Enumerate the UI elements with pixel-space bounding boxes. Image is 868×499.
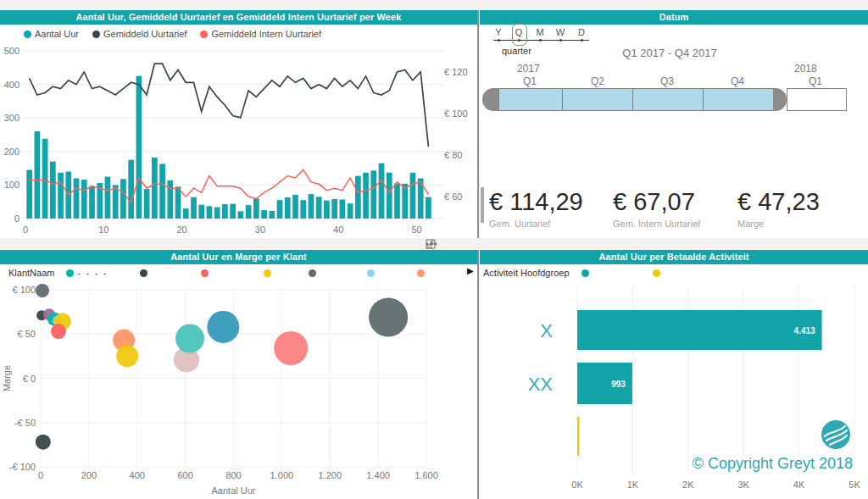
granularity-option-d[interactable]: D <box>574 27 589 37</box>
timeline-cell-selected[interactable] <box>703 88 775 111</box>
week-bar[interactable] <box>113 185 119 219</box>
klant-bubble[interactable] <box>51 324 66 339</box>
week-bar[interactable] <box>316 197 322 219</box>
klant-bubble[interactable] <box>175 324 204 353</box>
week-bar[interactable] <box>324 201 330 219</box>
granularity-selected-ring[interactable] <box>512 24 527 46</box>
quarter-label: Q2 <box>591 75 604 87</box>
activity-bar[interactable] <box>577 417 580 456</box>
week-bar[interactable] <box>410 173 416 219</box>
week-bar[interactable] <box>191 197 197 219</box>
legend-item[interactable] <box>581 269 593 277</box>
legend-item[interactable] <box>201 269 212 277</box>
date-range-label: Q1 2017 - Q4 2017 <box>593 47 746 59</box>
week-bar[interactable] <box>136 76 142 219</box>
week-bar[interactable] <box>120 179 126 219</box>
legend-label: - - - - <box>77 269 108 278</box>
timeline-cell-selected[interactable] <box>632 88 704 111</box>
week-bar[interactable] <box>58 173 64 219</box>
legend-item[interactable]: Gemiddeld Intern Uurtarief <box>200 29 321 39</box>
week-bar[interactable] <box>246 205 252 219</box>
week-bar[interactable] <box>370 170 376 219</box>
week-bar[interactable] <box>42 139 48 219</box>
klant-bubble[interactable] <box>274 331 308 365</box>
week-bar[interactable] <box>74 178 80 219</box>
legend-item[interactable] <box>264 269 275 277</box>
week-bar[interactable] <box>50 162 56 219</box>
granularity-option-w[interactable]: W <box>553 27 568 37</box>
scatter-chart: 02004006008001.0001.2001.4001.600€ 100€ … <box>0 281 477 499</box>
week-bar[interactable] <box>285 197 291 219</box>
week-bar[interactable] <box>152 158 158 219</box>
bar-value-label: 993 <box>611 380 626 389</box>
granularity-option-m[interactable]: M <box>532 27 548 37</box>
axis-tick-label: € 120 <box>444 67 468 77</box>
legend-label: Aantal Uur <box>35 29 79 39</box>
legend-item[interactable] <box>653 269 664 277</box>
quarter-label: Q4 <box>731 75 744 87</box>
week-bar[interactable] <box>175 186 181 219</box>
timeline-left-handle[interactable] <box>482 88 498 111</box>
year-label: 2017 <box>517 63 540 75</box>
timeline-cell-unselected[interactable] <box>787 88 847 111</box>
legend-item[interactable] <box>367 269 378 277</box>
klant-bubble[interactable] <box>36 284 49 297</box>
timeline-cell-selected[interactable] <box>498 88 563 111</box>
week-bar[interactable] <box>348 203 353 219</box>
legend-item[interactable] <box>140 269 151 277</box>
week-bar[interactable] <box>214 208 220 219</box>
week-bar[interactable] <box>340 199 346 219</box>
legend-scroll-arrow[interactable]: ▶ <box>467 266 474 275</box>
week-bar[interactable] <box>207 206 213 219</box>
week-bar[interactable] <box>81 180 87 219</box>
week-bar[interactable] <box>26 170 32 219</box>
klant-bubble[interactable] <box>369 297 408 336</box>
klant-bubble[interactable] <box>116 345 138 367</box>
week-bar[interactable] <box>222 204 228 219</box>
week-bar[interactable] <box>300 200 306 219</box>
week-bar[interactable] <box>238 211 244 219</box>
week-bar[interactable] <box>394 183 400 219</box>
week-bar[interactable] <box>331 199 337 219</box>
week-bar[interactable] <box>253 198 259 219</box>
legend-item[interactable] <box>309 269 320 277</box>
timeline-right-handle[interactable] <box>773 88 787 111</box>
timeline-cell-selected[interactable] <box>562 88 633 111</box>
kpi-value: € 67,07 <box>613 188 700 216</box>
kpi-label: Marge <box>737 219 820 229</box>
week-bar[interactable] <box>89 186 95 219</box>
week-bar[interactable] <box>105 177 111 219</box>
klant-bubble[interactable] <box>36 435 51 450</box>
axis-tick-label: 0K <box>571 480 583 490</box>
granularity-option-y[interactable]: Y <box>491 27 506 37</box>
legend-item[interactable]: Aantal Uur <box>24 29 79 39</box>
week-bar[interactable] <box>128 160 134 219</box>
legend-item[interactable]: - - - - <box>66 269 108 278</box>
week-bar[interactable] <box>35 131 41 219</box>
week-bar[interactable] <box>363 173 369 219</box>
week-bar[interactable] <box>261 210 267 219</box>
week-bar[interactable] <box>183 208 189 219</box>
bar-value-label: 4.413 <box>794 326 815 335</box>
activity-bar[interactable] <box>577 310 822 350</box>
week-bar[interactable] <box>159 164 165 219</box>
axis-tick-label: € 60 <box>444 191 462 202</box>
week-bar[interactable] <box>309 194 314 219</box>
week-bar[interactable] <box>426 197 431 219</box>
week-bar[interactable] <box>269 211 275 219</box>
week-bar[interactable] <box>230 204 236 219</box>
week-bar[interactable] <box>167 180 173 219</box>
week-bar[interactable] <box>198 205 204 219</box>
uurtarief-line[interactable] <box>30 64 429 147</box>
more-options-icon[interactable] <box>426 242 437 246</box>
copyright-text: © Copyright Greyt 2018 <box>653 455 853 473</box>
week-bar[interactable] <box>144 189 150 219</box>
week-bar[interactable] <box>355 176 361 219</box>
legend-item[interactable]: Gemiddeld Uurtarief <box>92 29 186 39</box>
week-bar[interactable] <box>379 164 385 219</box>
week-bar[interactable] <box>387 173 392 219</box>
klant-bubble[interactable] <box>207 311 239 343</box>
week-bar[interactable] <box>292 195 298 219</box>
week-bar[interactable] <box>277 200 283 219</box>
legend-item[interactable] <box>417 269 428 277</box>
